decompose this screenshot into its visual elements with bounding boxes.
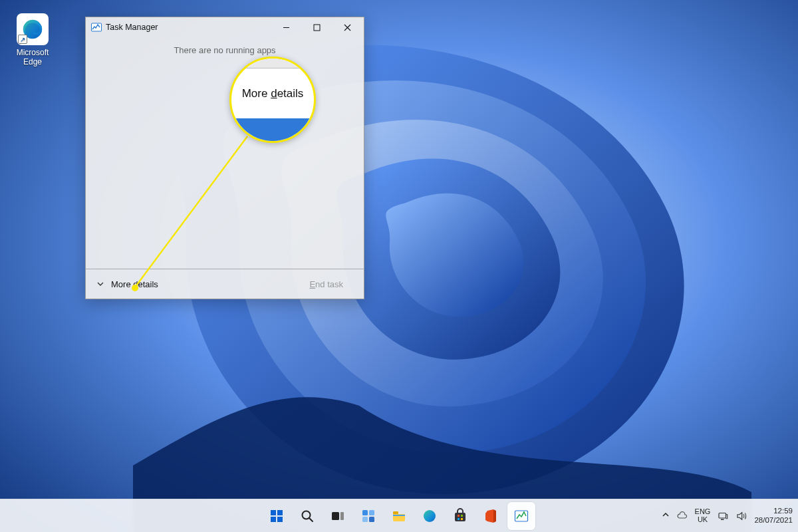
svg-rect-19 <box>369 517 374 522</box>
svg-rect-21 <box>393 515 405 516</box>
minimize-button[interactable] <box>271 17 301 37</box>
store-button[interactable] <box>446 502 474 530</box>
svg-rect-25 <box>461 515 463 517</box>
desktop: ↗ Microsoft Edge Task Manager There are … <box>0 0 798 532</box>
svg-line-13 <box>309 518 313 521</box>
svg-rect-18 <box>362 517 368 522</box>
svg-rect-23 <box>455 513 466 521</box>
svg-rect-24 <box>458 515 460 517</box>
svg-rect-30 <box>721 519 724 520</box>
file-explorer-button[interactable] <box>385 502 413 530</box>
edge-taskbar-button[interactable] <box>416 502 444 530</box>
svg-rect-11 <box>277 517 283 522</box>
titlebar[interactable]: Task Manager <box>86 17 364 37</box>
svg-rect-20 <box>393 511 398 514</box>
onedrive-icon[interactable] <box>676 510 688 522</box>
system-tray: ENG UK 12:59 28/07/2021 <box>662 507 793 524</box>
task-manager-icon <box>91 22 102 33</box>
clock[interactable]: 12:59 28/07/2021 <box>754 507 793 524</box>
network-icon[interactable] <box>717 510 729 522</box>
no-apps-message: There are no running apps <box>174 45 275 55</box>
svg-rect-16 <box>362 510 368 515</box>
annotation-dot <box>132 285 138 291</box>
language-indicator[interactable]: ENG UK <box>695 508 711 523</box>
svg-rect-8 <box>271 510 276 515</box>
svg-rect-17 <box>369 510 374 515</box>
taskbar: ENG UK 12:59 28/07/2021 <box>0 499 798 532</box>
task-manager-window: Task Manager There are no running apps M… <box>85 17 364 299</box>
office-button[interactable] <box>477 502 505 530</box>
svg-rect-15 <box>340 512 344 520</box>
edge-icon: ↗ <box>17 13 49 45</box>
desktop-icon-label: Microsoft Edge <box>17 48 49 66</box>
svg-rect-10 <box>271 517 276 522</box>
svg-rect-9 <box>277 510 283 515</box>
svg-rect-27 <box>461 518 463 520</box>
svg-rect-14 <box>332 512 339 520</box>
svg-rect-26 <box>458 518 460 520</box>
shortcut-arrow-icon: ↗ <box>18 35 27 44</box>
taskbar-center <box>263 502 535 530</box>
close-button[interactable] <box>332 17 362 37</box>
end-task-button: End task <box>299 275 353 293</box>
task-manager-footer: More details End task <box>86 269 364 299</box>
task-view-button[interactable] <box>324 502 352 530</box>
tray-overflow-button[interactable] <box>662 511 670 521</box>
maximize-button[interactable] <box>301 17 332 37</box>
widgets-button[interactable] <box>354 502 382 530</box>
chevron-down-icon <box>96 280 104 288</box>
task-manager-taskbar-button[interactable] <box>507 502 535 530</box>
volume-icon[interactable] <box>735 510 747 522</box>
start-button[interactable] <box>263 502 291 530</box>
magnifier-label: More details <box>242 87 304 100</box>
search-button[interactable] <box>293 502 321 530</box>
svg-rect-4 <box>314 25 320 31</box>
svg-point-22 <box>424 510 436 522</box>
annotation-magnifier: More details <box>229 57 316 143</box>
window-title: Task Manager <box>106 23 158 32</box>
desktop-icon-edge[interactable]: ↗ Microsoft Edge <box>7 13 59 66</box>
task-manager-body: There are no running apps <box>86 37 364 269</box>
svg-rect-29 <box>719 513 726 518</box>
